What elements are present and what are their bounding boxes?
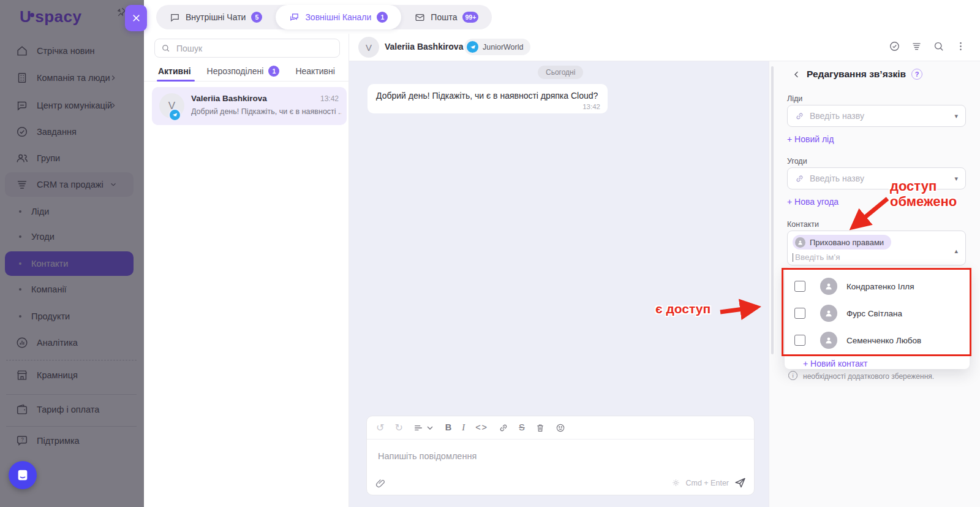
contacts-label: Контакти <box>787 220 819 229</box>
message-time: 13:42 <box>582 103 600 110</box>
chat-bubble-icon <box>170 12 180 23</box>
send-icon[interactable] <box>734 476 747 489</box>
redo-icon[interactable]: ↻ <box>394 423 402 433</box>
align-icon[interactable] <box>413 423 435 433</box>
contacts-multiselect[interactable]: Приховано правами Введіть ім’я ▴ <box>787 231 966 265</box>
message-text: Добрий день! Підкажіть, чи є в наявності… <box>376 91 599 101</box>
mark-done-icon[interactable] <box>889 40 900 52</box>
add-deal-link[interactable]: + Нова угода <box>787 197 839 207</box>
support-chat-widget-button[interactable] <box>9 461 37 489</box>
hidden-by-rights-chip[interactable]: Приховано правами <box>793 235 891 250</box>
filter-tab-inactive[interactable]: Неактивні <box>295 66 334 76</box>
annotation-has-access: є доступ <box>655 302 710 316</box>
search-input[interactable] <box>175 43 333 54</box>
bold-icon[interactable]: B <box>445 423 451 432</box>
link-icon <box>795 112 804 121</box>
incoming-message: Добрий день! Підкажіть, чи є в наявності… <box>368 84 608 113</box>
text-cursor <box>793 253 793 262</box>
app-root: Uspacy Стрічка новин Компанія та люди Це… <box>0 0 980 507</box>
formatting-toolbar: ↺ ↻ B I <> S <box>367 416 754 440</box>
deals-placeholder: Введіть назву <box>810 173 864 183</box>
tab-internal-chats[interactable]: Внутрішні Чати 5 <box>156 5 276 29</box>
crm-funnel-icon[interactable] <box>911 40 922 52</box>
autosave-note: i необхідності додаткового збереження. <box>788 371 934 381</box>
tab-mail[interactable]: Пошта 99+ <box>401 5 492 29</box>
tab-external-channels[interactable]: Зовнішні Канали 1 <box>276 5 401 29</box>
sidebar-dim-overlay <box>0 0 144 507</box>
add-contact-link[interactable]: + Новий контакт <box>803 359 867 368</box>
leads-placeholder: Введіть назву <box>810 111 864 121</box>
link-icon[interactable] <box>499 423 508 433</box>
search-box[interactable] <box>154 39 340 58</box>
help-icon[interactable]: ? <box>911 69 922 80</box>
add-lead-link[interactable]: + Новий лід <box>787 134 834 144</box>
trash-icon[interactable] <box>535 423 545 433</box>
leads-label: Ліди <box>787 94 802 103</box>
filter-tab-unassigned[interactable]: Нерозподілені1 <box>207 66 280 77</box>
filter-tab-active[interactable]: Активні <box>158 66 191 76</box>
conversation-preview: Добрий день! Підкажіть, чи є в наявності… <box>191 107 341 116</box>
avatar: V <box>358 37 379 58</box>
panel-title: Редагування зв’язків <box>807 69 906 80</box>
unassigned-badge: 1 <box>268 66 279 77</box>
code-icon[interactable]: <> <box>475 423 488 432</box>
chevron-down-icon <box>425 423 435 433</box>
conversation-list-panel: Активні Нерозподілені1 Неактивні V Valer… <box>144 34 349 507</box>
deals-label: Угоди <box>787 157 807 166</box>
conversation-filter-tabs: Активні Нерозподілені1 Неактивні <box>144 61 349 82</box>
channel-pill[interactable]: JuniorWorld <box>464 39 530 55</box>
annotation-highlight-box <box>782 268 971 356</box>
undo-icon[interactable]: ↺ <box>376 423 384 433</box>
channel-tabs: Внутрішні Чати 5 Зовнішні Канали 1 Пошта… <box>156 5 492 29</box>
person-icon <box>795 237 805 248</box>
message-composer: ↺ ↻ B I <> S Cmd + Enter <box>366 416 755 495</box>
channels-icon <box>289 12 300 23</box>
search-icon[interactable] <box>933 40 944 52</box>
close-icon <box>132 13 141 23</box>
panel-scrollbar[interactable] <box>771 66 774 354</box>
info-icon: i <box>788 371 797 380</box>
date-divider: Сьогодні <box>538 66 583 79</box>
unread-badge: 99+ <box>462 12 478 23</box>
active-tab-underline <box>157 80 195 82</box>
kebab-menu-icon[interactable] <box>955 40 967 52</box>
message-input[interactable] <box>377 451 734 462</box>
message-area: Сьогодні Добрий день! Підкажіть, чи є в … <box>349 61 769 507</box>
strikethrough-icon[interactable]: S <box>519 423 525 432</box>
gear-icon[interactable] <box>671 478 680 487</box>
conversation-list-item[interactable]: V Valeriia Bashkirova 13:42 Добрий день!… <box>152 87 347 125</box>
telegram-icon <box>467 41 478 53</box>
contacts-placeholder: Введіть ім’я <box>795 253 840 262</box>
chat-header: V Valeriia Bashkirova JuniorWorld <box>349 34 980 61</box>
link-icon <box>795 174 804 183</box>
back-icon[interactable] <box>792 70 801 79</box>
leads-select[interactable]: Введіть назву ▾ <box>787 105 966 127</box>
annotation-access-restricted: доступ обмежено <box>890 178 957 210</box>
search-icon <box>161 44 170 53</box>
conversation-time: 13:42 <box>320 94 339 103</box>
italic-icon[interactable]: I <box>462 423 465 432</box>
envelope-icon <box>415 12 425 23</box>
attachment-icon[interactable] <box>375 478 386 489</box>
chat-widget-icon <box>16 468 29 482</box>
emoji-icon[interactable] <box>556 423 565 433</box>
chat-contact-name: Valeriia Bashkirova <box>385 42 463 51</box>
close-sidebar-button[interactable] <box>125 5 147 31</box>
unread-badge: 5 <box>251 12 262 23</box>
send-shortcut-hint: Cmd + Enter <box>685 479 729 487</box>
unread-badge: 1 <box>377 12 388 23</box>
caret-down-icon: ▾ <box>954 113 958 120</box>
telegram-icon <box>168 109 181 121</box>
conversation-name: Valeriia Bashkirova <box>191 94 267 103</box>
caret-up-icon: ▴ <box>954 248 958 254</box>
